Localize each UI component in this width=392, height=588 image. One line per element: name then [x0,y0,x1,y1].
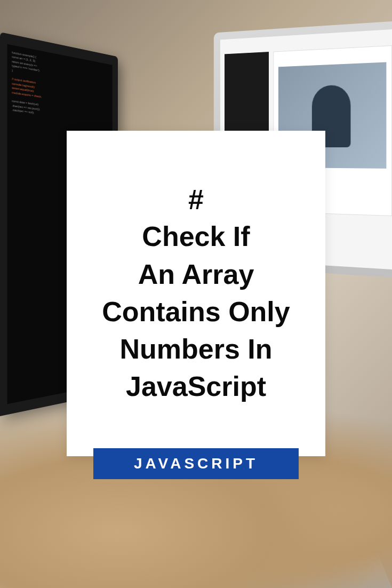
article-title: Check If An Array Contains Only Numbers … [102,218,290,405]
hash-symbol: # [188,182,204,218]
title-card: # Check If An Array Contains Only Number… [67,131,325,456]
category-label: JAVASCRIPT [134,455,258,472]
code-content: function example() { const arr = [1, 2, … [7,44,112,130]
category-badge: JAVASCRIPT [93,448,299,479]
